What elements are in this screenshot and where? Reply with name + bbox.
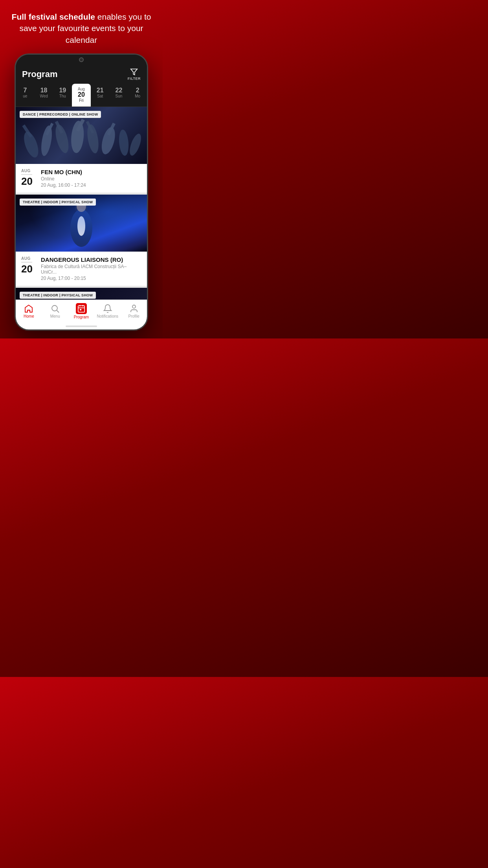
date-day-name: Mo bbox=[135, 94, 140, 98]
date-day-num-active: 20 bbox=[78, 91, 85, 98]
event-card-dance[interactable]: DANCE | PRERECORDED | ONLINE SHOW AUG 20… bbox=[16, 107, 147, 193]
event-info-theatre: AUG 20 DANGEROUS LIAISONS (RO) Fabrica d… bbox=[16, 252, 147, 286]
svg-point-5 bbox=[85, 123, 100, 154]
svg-point-4 bbox=[70, 120, 85, 154]
nav-item-program[interactable]: Program bbox=[68, 303, 95, 319]
phone-camera bbox=[79, 57, 84, 62]
phone-bottom-bar bbox=[16, 323, 147, 329]
event-date-theatre: AUG 20 bbox=[21, 256, 36, 274]
search-icon bbox=[50, 304, 60, 313]
date-day-num: 22 bbox=[116, 87, 123, 94]
date-divider bbox=[21, 174, 32, 175]
date-day-name-active: Fri bbox=[79, 98, 84, 103]
svg-point-6 bbox=[99, 126, 117, 156]
date-day-name: Wed bbox=[40, 94, 48, 98]
date-divider2 bbox=[21, 262, 32, 263]
filter-label: FILTER bbox=[128, 77, 141, 81]
nav-item-notifications[interactable]: Notifications bbox=[94, 304, 121, 318]
svg-marker-0 bbox=[131, 69, 138, 75]
event-month-dance: AUG bbox=[21, 169, 31, 173]
date-day-num: 7 bbox=[23, 87, 27, 94]
event-venue-theatre: Fabrica de Cultură IACM Construcții SA– … bbox=[41, 264, 141, 275]
hero-bold: Full festival schedule bbox=[12, 12, 95, 21]
event-card-theatre2[interactable]: THEATRE | INDOOR | PHYSICAL SHOW bbox=[16, 288, 147, 300]
home-icon bbox=[24, 304, 33, 313]
svg-point-26 bbox=[132, 305, 136, 308]
menu-label: Menu bbox=[50, 314, 60, 318]
event-image-wrapper-dance: DANCE | PRERECORDED | ONLINE SHOW bbox=[16, 107, 147, 164]
home-label: Home bbox=[24, 314, 34, 318]
svg-line-20 bbox=[57, 310, 59, 313]
app-header: Program FILTER bbox=[16, 65, 147, 84]
event-details-dance: FEN MO (CHN) Online 20 Aug, 16:00 - 17:2… bbox=[41, 169, 141, 188]
app-title: Program bbox=[22, 69, 57, 79]
notifications-label: Notifications bbox=[97, 314, 118, 318]
date-day-name: ue bbox=[23, 94, 27, 98]
event-month-theatre: AUG bbox=[21, 256, 31, 261]
event-title-dance: FEN MO (CHN) bbox=[41, 169, 141, 175]
nav-item-menu[interactable]: Menu bbox=[42, 304, 68, 318]
date-day-name: Sun bbox=[116, 94, 123, 98]
date-item-21[interactable]: 21 Sat bbox=[91, 84, 110, 107]
event-time-dance: 20 Aug, 16:00 - 17:24 bbox=[41, 182, 141, 188]
event-details-theatre: DANGEROUS LIAISONS (RO) Fabrica de Cultu… bbox=[41, 256, 141, 281]
event-day-theatre: 20 bbox=[21, 264, 33, 274]
svg-rect-25 bbox=[80, 309, 81, 311]
svg-point-19 bbox=[52, 305, 57, 311]
date-item-17[interactable]: 7 ue bbox=[16, 84, 35, 107]
date-selector: 7 ue 18 Wed 19 Thu Aug 20 Fri 21 Sat 22 … bbox=[16, 84, 147, 107]
nav-item-home[interactable]: Home bbox=[16, 304, 42, 318]
date-day-num: 21 bbox=[97, 87, 104, 94]
date-item-next[interactable]: 2 Mo bbox=[128, 84, 147, 107]
date-day-num: 18 bbox=[40, 87, 48, 94]
date-month-active: Aug bbox=[78, 87, 85, 91]
event-tag-dance: DANCE | PRERECORDED | ONLINE SHOW bbox=[20, 111, 101, 118]
svg-point-8 bbox=[127, 132, 143, 157]
event-tag-theatre2: THEATRE | INDOOR | PHYSICAL SHOW bbox=[20, 292, 96, 299]
program-label: Program bbox=[74, 315, 89, 319]
svg-point-2 bbox=[39, 125, 54, 156]
date-item-22[interactable]: 22 Sun bbox=[110, 84, 128, 107]
filter-icon bbox=[130, 68, 138, 76]
event-info-dance: AUG 20 FEN MO (CHN) Online 20 Aug, 16:00… bbox=[16, 164, 147, 193]
calendar-icon bbox=[76, 303, 87, 314]
hero-section: Full festival schedule enables you to sa… bbox=[0, 0, 163, 53]
date-day-name: Thu bbox=[59, 94, 66, 98]
phone-top-bar bbox=[16, 55, 147, 65]
events-scroll-area[interactable]: DANCE | PRERECORDED | ONLINE SHOW AUG 20… bbox=[16, 107, 147, 300]
event-image-wrapper-theatre2: THEATRE | INDOOR | PHYSICAL SHOW bbox=[16, 288, 147, 300]
date-item-18[interactable]: 18 Wed bbox=[35, 84, 53, 107]
event-day-dance: 20 bbox=[21, 176, 33, 186]
user-icon bbox=[129, 304, 139, 313]
date-day-num: 2 bbox=[136, 87, 139, 94]
event-image-wrapper-theatre: THEATRE | INDOOR | PHYSICAL SHOW bbox=[16, 195, 147, 252]
filter-button[interactable]: FILTER bbox=[128, 68, 141, 81]
date-item-19[interactable]: 19 Thu bbox=[53, 84, 72, 107]
date-day-name: Sat bbox=[97, 94, 103, 98]
event-card-theatre[interactable]: THEATRE | INDOOR | PHYSICAL SHOW AUG 20 … bbox=[16, 195, 147, 286]
bottom-nav: Home Menu Program bbox=[16, 300, 147, 323]
svg-point-3 bbox=[53, 123, 71, 154]
event-tag-theatre: THEATRE | INDOOR | PHYSICAL SHOW bbox=[20, 199, 96, 206]
phone-frame: Program FILTER 7 ue 18 Wed 19 Thu Aug 20 bbox=[15, 53, 148, 331]
date-item-20-active[interactable]: Aug 20 Fri bbox=[72, 84, 91, 107]
dance-figures-svg bbox=[16, 113, 147, 164]
svg-point-7 bbox=[118, 129, 129, 156]
event-title-theatre: DANGEROUS LIAISONS (RO) bbox=[41, 256, 141, 263]
nav-item-profile[interactable]: Profile bbox=[121, 304, 147, 318]
profile-label: Profile bbox=[128, 314, 139, 318]
event-date-dance: AUG 20 bbox=[21, 169, 36, 186]
date-day-num: 19 bbox=[59, 87, 66, 94]
bell-icon bbox=[103, 304, 112, 313]
event-venue-dance: Online bbox=[41, 176, 141, 182]
event-time-theatre: 20 Aug, 17:00 - 20:15 bbox=[41, 276, 141, 281]
